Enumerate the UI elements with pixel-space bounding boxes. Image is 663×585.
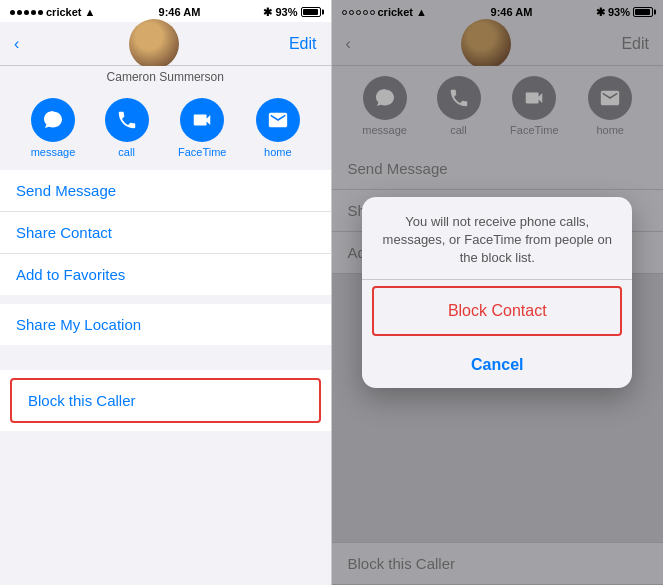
- status-right: ✱ 93%: [263, 6, 320, 19]
- avatar-image: [129, 19, 179, 69]
- nav-avatar-area: [129, 19, 179, 69]
- share-contact-item[interactable]: Share Contact: [0, 212, 331, 254]
- call-circle: [105, 98, 149, 142]
- left-panel: cricket ▲ 9:46 AM ✱ 93% ‹ Edit Cameron S…: [0, 0, 332, 585]
- bluetooth-icon: ✱: [263, 6, 272, 19]
- facetime-action[interactable]: FaceTime: [178, 98, 227, 158]
- back-button[interactable]: ‹: [14, 35, 19, 53]
- message-action[interactable]: message: [31, 98, 76, 158]
- home-action[interactable]: home: [256, 98, 300, 158]
- list-separator-1: [0, 296, 331, 304]
- edit-button[interactable]: Edit: [289, 35, 317, 53]
- block-section: Block this Caller: [0, 370, 331, 431]
- call-icon: [116, 109, 138, 131]
- block-contact-button[interactable]: Block Contact: [372, 286, 622, 336]
- dot2: [17, 10, 22, 15]
- share-location-item[interactable]: Share My Location: [0, 304, 331, 345]
- facetime-circle: [180, 98, 224, 142]
- list-separator-4: [0, 362, 331, 370]
- add-favorites-item[interactable]: Add to Favorites: [0, 254, 331, 295]
- cancel-button[interactable]: Cancel: [362, 342, 632, 388]
- wifi-icon: ▲: [84, 6, 95, 18]
- message-circle: [31, 98, 75, 142]
- nav-bar-left: ‹ Edit: [0, 22, 331, 66]
- alert-overlay: You will not receive phone calls, messag…: [332, 0, 664, 585]
- status-time: 9:46 AM: [159, 6, 201, 18]
- avatar: [129, 19, 179, 69]
- message-label: message: [31, 146, 76, 158]
- battery-icon: [301, 7, 321, 17]
- send-message-item[interactable]: Send Message: [0, 170, 331, 212]
- list-section-2: Share My Location: [0, 304, 331, 345]
- dot1: [10, 10, 15, 15]
- right-panel: cricket ▲ 9:46 AM ✱ 93% ‹ Edit message: [332, 0, 664, 585]
- dot3: [24, 10, 29, 15]
- contact-name: Cameron Summerson: [0, 66, 331, 88]
- action-buttons-left: message call FaceTime h: [0, 88, 331, 170]
- facetime-icon: [191, 109, 213, 131]
- list-section-1: Send Message Share Contact Add to Favori…: [0, 170, 331, 295]
- list-separator-2: [0, 346, 331, 354]
- block-caller-item[interactable]: Block this Caller: [10, 378, 321, 423]
- alert-message: You will not receive phone calls, messag…: [362, 197, 632, 281]
- mail-icon: [267, 109, 289, 131]
- signal-dots: [10, 10, 43, 15]
- call-label: call: [118, 146, 135, 158]
- facetime-label: FaceTime: [178, 146, 227, 158]
- list-separator-3: [0, 354, 331, 362]
- home-label: home: [264, 146, 292, 158]
- dot4: [31, 10, 36, 15]
- battery-fill: [303, 9, 318, 15]
- battery-percent: 93%: [275, 6, 297, 18]
- status-left: cricket ▲: [10, 6, 95, 18]
- message-icon: [42, 109, 64, 131]
- call-action[interactable]: call: [105, 98, 149, 158]
- dot5: [38, 10, 43, 15]
- alert-box: You will not receive phone calls, messag…: [362, 197, 632, 389]
- carrier-name: cricket: [46, 6, 81, 18]
- home-circle: [256, 98, 300, 142]
